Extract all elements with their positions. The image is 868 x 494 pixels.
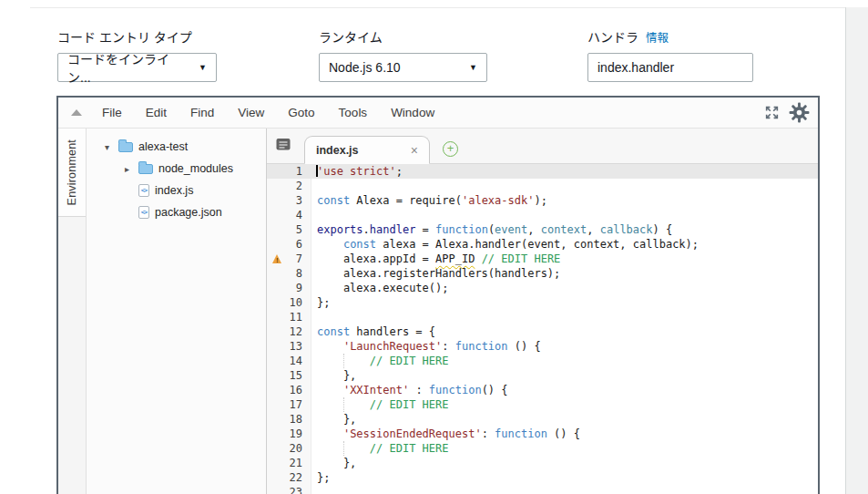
code-text: const handlers = { bbox=[311, 324, 818, 339]
code-line-2[interactable]: 2 bbox=[267, 179, 818, 193]
code-text bbox=[311, 179, 818, 193]
tab-index-js[interactable]: index.js × bbox=[304, 136, 430, 164]
code-text: // EDIT HERE bbox=[311, 354, 818, 368]
code-line-14[interactable]: 14 // EDIT HERE bbox=[267, 354, 818, 368]
file-icon bbox=[138, 184, 149, 197]
menu-item-tools[interactable]: Tools bbox=[333, 103, 373, 122]
tree-item-label: alexa-test bbox=[138, 140, 188, 153]
code-line-16[interactable]: 16 'XXIntent' : function() { bbox=[267, 383, 818, 397]
code-line-11[interactable]: 11 bbox=[267, 310, 818, 324]
code-line-8[interactable]: 8 alexa.registerHandlers(handlers); bbox=[267, 266, 818, 281]
gutter-line-3: 3 bbox=[267, 193, 311, 208]
code-line-12[interactable]: 12const handlers = { bbox=[267, 324, 818, 339]
tree-item-package.json[interactable]: package.json bbox=[87, 201, 266, 223]
gutter-line-9: 9 bbox=[267, 281, 311, 295]
settings-gear-icon[interactable] bbox=[788, 101, 811, 124]
folder-icon bbox=[118, 142, 133, 152]
code-text bbox=[311, 310, 818, 324]
gutter-line-23: 23 bbox=[267, 485, 311, 494]
chevron-collapsed-icon[interactable]: ▸ bbox=[121, 164, 133, 174]
code-line-7[interactable]: 7 alexa.appId = APP_ID // EDIT HERE bbox=[267, 252, 818, 266]
code-line-20[interactable]: 20 // EDIT HERE bbox=[267, 441, 818, 456]
runtime-select[interactable]: Node.js 6.10 ▼ bbox=[319, 53, 487, 82]
code-line-5[interactable]: 5exports.handler = function(event, conte… bbox=[267, 222, 818, 237]
gutter-line-11: 11 bbox=[267, 310, 311, 324]
tab-title: index.js bbox=[316, 144, 359, 157]
code-text: alexa.appId = APP_ID // EDIT HERE bbox=[311, 252, 818, 266]
menubar-actions bbox=[764, 101, 818, 124]
code-line-6[interactable]: 6 const alexa = Alexa.handler(event, con… bbox=[267, 237, 818, 252]
gutter-line-17: 17 bbox=[267, 397, 311, 412]
code-text: const alexa = Alexa.handler(event, conte… bbox=[311, 237, 818, 252]
code-line-4[interactable]: 4 bbox=[267, 208, 818, 222]
new-tab-icon[interactable]: + bbox=[443, 141, 458, 157]
menu-item-edit[interactable]: Edit bbox=[140, 103, 172, 122]
tab-list-icon[interactable] bbox=[276, 138, 291, 155]
file-icon bbox=[138, 206, 149, 219]
gutter-line-15: 15 bbox=[267, 368, 311, 383]
runtime-label: ランタイム bbox=[319, 27, 487, 46]
chevron-expanded-icon[interactable]: ▾ bbox=[101, 142, 113, 152]
code-text: // EDIT HERE bbox=[311, 441, 818, 456]
menu-item-find[interactable]: Find bbox=[185, 103, 220, 122]
gutter-line-22: 22 bbox=[267, 470, 311, 485]
code-line-17[interactable]: 17 // EDIT HERE bbox=[267, 397, 818, 412]
code-editor-window: FileEditFindViewGotoToolsWindow bbox=[56, 96, 820, 494]
menu-bar: FileEditFindViewGotoToolsWindow bbox=[97, 103, 453, 122]
menu-item-view[interactable]: View bbox=[232, 103, 270, 122]
warning-icon bbox=[272, 254, 282, 263]
code-line-13[interactable]: 13 'LaunchRequest': function () { bbox=[267, 339, 818, 354]
tree-item-index.js[interactable]: index.js bbox=[87, 180, 266, 201]
chevron-down-icon: ▼ bbox=[199, 63, 207, 72]
menu-item-file[interactable]: File bbox=[97, 103, 128, 122]
code-entry-type-field: コード エントリ タイプ コードをインライン... ▼ bbox=[57, 27, 217, 82]
handler-input[interactable] bbox=[587, 53, 753, 82]
collapse-pane-icon[interactable] bbox=[71, 109, 82, 116]
code-line-18[interactable]: 18 }, bbox=[267, 412, 818, 427]
tree-item-alexa-test[interactable]: ▾alexa-test bbox=[87, 136, 266, 158]
runtime-value: Node.js 6.10 bbox=[329, 60, 401, 75]
fullscreen-icon[interactable] bbox=[764, 105, 780, 120]
code-line-3[interactable]: 3const Alexa = require('alexa-sdk'); bbox=[267, 193, 818, 208]
code-text bbox=[311, 208, 818, 222]
folder-icon bbox=[138, 164, 153, 174]
editor-menubar: FileEditFindViewGotoToolsWindow bbox=[58, 98, 818, 129]
close-tab-icon[interactable]: × bbox=[411, 143, 418, 158]
lambda-function-code-page: コード エントリ タイプ コードをインライン... ▼ ランタイム Node.j… bbox=[0, 0, 868, 494]
tree-item-label: package.json bbox=[155, 206, 222, 219]
gutter-line-10: 10 bbox=[267, 295, 311, 310]
code-text: 'LaunchRequest': function () { bbox=[311, 339, 818, 354]
code-line-1[interactable]: 1'use strict'; bbox=[267, 164, 818, 179]
tree-item-label: node_modules bbox=[158, 162, 233, 175]
menu-item-window[interactable]: Window bbox=[385, 103, 440, 122]
tree-item-node_modules[interactable]: ▸node_modules bbox=[87, 158, 266, 180]
code-text: }, bbox=[311, 456, 818, 470]
chevron-down-icon: ▼ bbox=[469, 63, 477, 72]
gutter-line-6: 6 bbox=[267, 237, 311, 252]
code-text: const Alexa = require('alexa-sdk'); bbox=[311, 193, 818, 208]
gutter-line-21: 21 bbox=[267, 456, 311, 470]
gutter-line-13: 13 bbox=[267, 339, 311, 354]
gutter-line-12: 12 bbox=[267, 324, 311, 339]
gutter-line-7: 7 bbox=[267, 252, 311, 266]
code-line-23[interactable]: 23 bbox=[267, 485, 818, 494]
runtime-field: ランタイム Node.js 6.10 ▼ bbox=[319, 27, 487, 82]
code-line-19[interactable]: 19 'SessionEndedRequest': function () { bbox=[267, 427, 818, 441]
environment-tab[interactable]: Environment bbox=[58, 129, 86, 217]
info-link[interactable]: 情報 bbox=[646, 32, 669, 45]
code-editor-content[interactable]: 1'use strict';23const Alexa = require('a… bbox=[267, 164, 818, 494]
gutter-line-14: 14 bbox=[267, 354, 311, 368]
file-tree: ▾alexa-test▸node_modulesindex.jspackage.… bbox=[87, 129, 267, 494]
code-line-21[interactable]: 21 }, bbox=[267, 456, 818, 470]
code-line-10[interactable]: 10}; bbox=[267, 295, 818, 310]
gutter-line-16: 16 bbox=[267, 383, 311, 397]
text-cursor bbox=[316, 165, 318, 177]
code-entry-type-select[interactable]: コードをインライン... ▼ bbox=[57, 53, 217, 82]
right-gutter bbox=[845, 7, 868, 494]
code-line-15[interactable]: 15 }, bbox=[267, 368, 818, 383]
menu-item-goto[interactable]: Goto bbox=[282, 103, 320, 122]
code-line-22[interactable]: 22}; bbox=[267, 470, 818, 485]
code-panel: index.js × + 1'use strict';23const Alexa… bbox=[267, 129, 818, 494]
code-line-9[interactable]: 9 alexa.execute(); bbox=[267, 281, 818, 295]
editor-body: Environment ▾alexa-test▸node_modulesinde… bbox=[58, 129, 818, 494]
